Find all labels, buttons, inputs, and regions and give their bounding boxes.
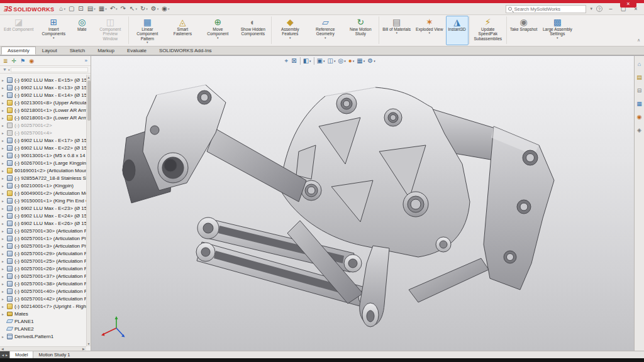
ribbon-button[interactable]: ◮ Instant3D <box>446 16 469 45</box>
command-tab[interactable]: Evaluate <box>121 47 153 55</box>
panel-tab-icon[interactable]: ✛ <box>12 57 17 65</box>
tree-item[interactable]: ▸ (-) 60257001<25> (Articulation Pivot) <box>0 257 86 265</box>
tree-item[interactable]: ▸ (-) 6902 LLU Max - E<13> (Ø 15 x Ø 2 <box>0 84 86 91</box>
task-pane-icon[interactable]: ◈ <box>637 127 641 133</box>
tree-item[interactable]: ▸ (-) 6902 LLU Max - E<26> (Ø 15 x Ø 2 <box>0 219 86 227</box>
menubar-icon-button[interactable]: ⊡ <box>78 6 84 12</box>
banner-close-button[interactable]: × <box>620 0 636 8</box>
ribbon-button[interactable] <box>271 16 272 44</box>
command-tab[interactable]: Sketch <box>64 47 91 55</box>
menubar-icon-button[interactable]: ▦ ▾ <box>99 6 107 12</box>
ribbon-button[interactable] <box>506 16 507 44</box>
headsup-button[interactable]: ▣ ▾ <box>317 57 325 65</box>
panel-tab-icon[interactable]: ◉ <box>29 57 34 65</box>
assembly-model[interactable] <box>91 56 634 351</box>
ribbon-button[interactable]: ⊕ Move Component ▾ <box>200 16 235 45</box>
tree-item[interactable]: ▸ (-) 60214001<7> (Upright - Right - RX <box>0 302 86 310</box>
command-tab[interactable]: Assembly <box>1 47 36 55</box>
scroll-tabs-left-icon[interactable]: ◂ <box>2 353 4 357</box>
scroll-down-icon[interactable]: ▼ <box>87 341 91 346</box>
headsup-button[interactable] <box>314 57 314 65</box>
tree-horizontal-scrollbar[interactable]: ◀ ▶ <box>0 346 86 351</box>
tree-item[interactable]: ▸ (-) 60257001<40> (Articulation Pivot) <box>0 287 86 295</box>
tree-item[interactable]: ▸ (-) 6902 LLU Max - E<24> (Ø 15 x Ø 2 <box>0 212 86 219</box>
ribbon-button[interactable] <box>469 16 470 44</box>
search-dropdown-icon[interactable]: ▾ <box>590 6 592 11</box>
panel-tab-icon[interactable]: » <box>85 57 87 65</box>
task-pane-icon[interactable]: ◉ <box>637 114 642 120</box>
headsup-button[interactable] <box>300 57 301 65</box>
tree-item[interactable]: ▸ (-) 60213001<8> (Upper Articulation <box>0 99 86 106</box>
tree-item[interactable]: ▸ (-) 60257001<29> (Articulation Pivot) <box>0 250 86 257</box>
ribbon-button[interactable] <box>128 16 129 44</box>
search-box[interactable] <box>506 5 586 13</box>
tree-item[interactable]: ▸ (-) 60257001<4> <box>0 129 86 136</box>
ribbon-button[interactable]: ▦ Linear Component Pattern ▾ <box>130 16 165 45</box>
tree-item[interactable]: ▸ (-) 60257001<26> (Articulation Pivot) <box>0 265 86 272</box>
ribbon-button[interactable]: ▩ Large Assembly Settings ▾ <box>540 16 575 45</box>
tree-item[interactable]: ▸ (-) 60257001<2> <box>0 121 86 129</box>
tree-item[interactable]: ▸ Mates <box>0 310 86 317</box>
ribbon-button[interactable] <box>379 16 379 44</box>
scroll-tabs-right-icon[interactable]: ▸ <box>6 353 8 357</box>
tree-item[interactable]: ▸ (-) 6902 LLU Max - E<23> (Ø 15 x Ø 2 <box>0 204 86 212</box>
menubar-icon-button[interactable]: ↷ <box>121 6 126 12</box>
tree-item[interactable]: ▸ (-) 92855A722_18-8 Stainless Steel Lo <box>0 174 86 182</box>
menubar-icon-button[interactable]: ⌂ ▾ <box>59 6 65 12</box>
tree-item[interactable]: ▸ (-) 60218001<3> (Lower AR Arm Link <box>0 114 86 121</box>
ribbon-button[interactable]: ◐ Show Hidden Components <box>235 16 270 45</box>
tree-item[interactable]: ▸ DerivedLPattern1 <box>0 332 86 340</box>
headsup-button[interactable]: ▦ ▾ <box>357 57 365 65</box>
task-pane-icon[interactable]: ▦ <box>636 101 642 107</box>
panel-tab-icon[interactable]: ⚑ <box>20 57 25 65</box>
menubar-icon-button[interactable]: ⚙ ▾ <box>151 6 158 12</box>
tree-item[interactable]: PLANE1 <box>0 317 86 325</box>
headsup-button[interactable]: ● ▾ <box>348 57 355 65</box>
menubar-icon-button[interactable]: ◉ ▾ <box>162 6 169 12</box>
graphics-area[interactable]: ⌖ ⊠ ◧ ▾ <box>91 55 634 351</box>
menubar-icon-button[interactable]: ↶ ▾ <box>110 6 118 12</box>
headsup-button[interactable]: ⊠ <box>291 57 297 65</box>
tree-item[interactable]: ▸ (-) 60257001<37> (Articulation Pivot) <box>0 272 86 280</box>
view-tab[interactable]: Model <box>9 351 33 358</box>
filter-funnel-icon[interactable]: ▼ <box>3 67 7 73</box>
task-pane-icon[interactable]: ⌂ <box>638 61 641 67</box>
ribbon-button[interactable]: ✶ Exploded View ▾ <box>413 16 446 45</box>
tree-item[interactable]: ▸ (-) 60267001<1> (Large Kingpin Spac <box>0 159 86 167</box>
scroll-up-icon[interactable]: ▲ <box>87 75 91 80</box>
tree-item[interactable]: ▸ (-) 60049001<2> (Articulation Mount <box>0 189 86 197</box>
view-tab[interactable]: Motion Study 1 <box>33 351 75 358</box>
headsup-button[interactable]: ⚙ ▾ <box>367 57 375 65</box>
menubar-icon-button[interactable]: ↖ ▾ <box>130 6 137 12</box>
search-input[interactable] <box>514 6 584 12</box>
ribbon-button[interactable]: ◉ Take Snapshot <box>508 16 540 45</box>
tree-item[interactable]: ▸ (-) 60257001<3> (Articulation Pivot) <box>0 242 86 250</box>
ribbon-button[interactable]: ▤ Bill of Materials ▾ <box>380 16 413 45</box>
tree-item[interactable]: ▸ (-) 6902 LLU Max - E<14> (Ø 15 x Ø 2 <box>0 91 86 99</box>
tree-item[interactable]: ▸ (-) 60257001<42> (Articulation Pivot) <box>0 295 86 302</box>
tree-item[interactable]: PLANE2 <box>0 325 86 332</box>
tree-vertical-scrollbar[interactable]: ▲ ▼ <box>86 75 91 346</box>
task-pane-icon[interactable]: ⊟ <box>637 87 642 94</box>
command-tab[interactable]: Markup <box>91 47 121 55</box>
ribbon-button[interactable]: ◪ Edit Component <box>1 16 36 45</box>
tab-scroll-buttons[interactable]: ◂ ▸ <box>0 351 9 358</box>
headsup-button[interactable]: ◎ ▾ <box>338 57 346 65</box>
tree-item[interactable]: ▸ (-) 60257001<30> (Articulation Pivot) <box>0 227 86 234</box>
headsup-button[interactable]: ◧ ▾ <box>303 57 311 65</box>
command-tab[interactable]: SOLIDWORKS Add-Ins <box>153 47 218 55</box>
ribbon-button[interactable]: ◬ Smart Fasteners <box>165 16 200 45</box>
tree-item[interactable]: ▸ (-) 6902 LLU Max - E<15> (Ø 15 x Ø 2 <box>0 76 86 84</box>
ribbon-button[interactable]: ▱ Reference Geometry ▾ <box>308 16 343 45</box>
menubar-icon-button[interactable]: ↻ ▾ <box>140 6 148 12</box>
tree-item[interactable]: ▸ (-) 60218001<1> (Lower AR Arm Link <box>0 106 86 114</box>
task-pane-icon[interactable]: ▤ <box>636 74 642 80</box>
panel-tab-icon[interactable]: ≣ <box>3 57 8 65</box>
tree-item[interactable]: ▸ (-) 6902 LLU Max - E<17> (Ø 15 x Ø 2 <box>0 136 86 144</box>
tree-item[interactable]: ▸ 60169001<2> (Articulation Mount - F <box>0 167 86 174</box>
ribbon-button[interactable]: ◆ Assembly Features ▾ <box>272 16 308 45</box>
tree-item[interactable]: ▸ (-) 60210001<1> (Kingpin) <box>0 182 86 189</box>
help-button[interactable]: ? <box>596 6 602 12</box>
menubar-icon-button[interactable]: ▤ ▾ <box>87 6 96 12</box>
minimize-button[interactable]: – <box>606 6 615 12</box>
